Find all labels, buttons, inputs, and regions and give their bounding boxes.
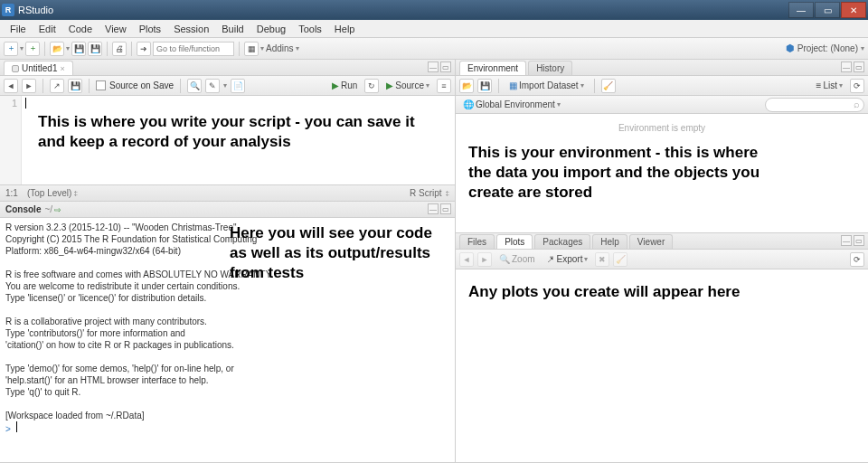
menu-view[interactable]: View — [99, 22, 133, 36]
refresh-env-icon[interactable]: ⟳ — [850, 79, 864, 93]
addins-menu[interactable]: Addins ▾ — [266, 43, 299, 53]
import-dataset-button[interactable]: ▦ Import Dataset ▾ — [505, 80, 588, 91]
tab-environment[interactable]: Environment — [459, 61, 526, 75]
pane-minimize-icon[interactable]: — — [841, 235, 852, 246]
tab-viewer[interactable]: Viewer — [629, 234, 673, 249]
console-prompt: > — [5, 424, 11, 434]
console-wd-icon[interactable]: ⇨ — [54, 205, 61, 214]
project-label: Project: (None) — [797, 43, 858, 53]
source-button[interactable]: ▶ Source ▾ — [382, 80, 433, 91]
rerun-icon[interactable]: ↻ — [364, 79, 379, 93]
save-source-icon[interactable]: 💾 — [68, 79, 82, 93]
load-workspace-icon[interactable]: 📂 — [459, 79, 474, 93]
export-button[interactable]: ⭷ Export ▾ — [542, 253, 592, 265]
menu-file[interactable]: File — [4, 22, 33, 36]
window-title: RStudio — [18, 5, 53, 15]
tab-history[interactable]: History — [528, 61, 572, 75]
annotation-env: This is your environment - this is where… — [468, 143, 767, 203]
project-menu[interactable]: ⬢ Project: (None) ▾ — [786, 43, 864, 54]
env-empty-label: Environment is empty — [456, 114, 868, 142]
source-tab[interactable]: Untitled1 × — [4, 61, 73, 75]
run-button[interactable]: ▶ Run — [328, 80, 361, 91]
back-icon[interactable]: ◄ — [4, 79, 18, 93]
menu-tools[interactable]: Tools — [292, 22, 328, 36]
save-all-icon[interactable]: 💾 — [88, 42, 102, 56]
refresh-plots-icon[interactable]: ⟳ — [850, 252, 864, 267]
tab-files[interactable]: Files — [459, 234, 495, 249]
console-path: ~/ — [44, 204, 52, 214]
pane-maximize-icon[interactable]: ▭ — [440, 203, 451, 214]
clear-plots-icon[interactable]: 🧹 — [613, 252, 627, 267]
source-statusbar: 1:1 (Top Level) ‡ R Script ‡ — [0, 184, 455, 201]
environment-pane: Environment History — ▭ 📂 💾 ▦ Import Dat… — [456, 60, 868, 233]
view-mode-button[interactable]: ≡ List ▾ — [813, 80, 846, 91]
list-icon: ≡ — [816, 80, 822, 90]
outline-icon[interactable]: ≡ — [437, 79, 451, 93]
scope-label[interactable]: (Top Level) — [27, 188, 71, 198]
plot-prev-icon[interactable]: ◄ — [459, 252, 474, 267]
pane-minimize-icon[interactable]: — — [428, 61, 439, 72]
clear-workspace-icon[interactable]: 🧹 — [601, 79, 616, 93]
new-file-icon[interactable]: ＋ — [4, 42, 18, 56]
tab-help[interactable]: Help — [592, 234, 627, 249]
remove-plot-icon[interactable]: ✖ — [595, 252, 609, 267]
pane-minimize-icon[interactable]: — — [428, 203, 439, 214]
source-on-save-label: Source on Save — [109, 80, 174, 90]
app-icon: R — [2, 4, 14, 16]
pane-maximize-icon[interactable]: ▭ — [854, 61, 864, 72]
plot-next-icon[interactable]: ► — [477, 252, 492, 267]
tab-plots[interactable]: Plots — [496, 234, 533, 249]
import-icon: ▦ — [509, 80, 517, 90]
menu-code[interactable]: Code — [62, 22, 99, 36]
menu-debug[interactable]: Debug — [250, 22, 292, 36]
plots-pane: Files Plots Packages Help Viewer — ▭ ◄ ►… — [456, 233, 868, 463]
window-close-button[interactable]: ✕ — [841, 2, 866, 18]
source-tab-label: Untitled1 — [22, 63, 57, 73]
compile-icon[interactable]: 📄 — [231, 79, 245, 93]
goto-icon[interactable]: ➜ — [137, 42, 151, 56]
zoom-button[interactable]: 🔍 Zoom — [495, 253, 539, 265]
save-workspace-icon[interactable]: 💾 — [477, 79, 492, 93]
new-project-icon[interactable]: ＋ — [25, 42, 40, 56]
run-icon: ▶ — [332, 80, 339, 90]
close-tab-icon[interactable]: × — [60, 64, 64, 73]
line-gutter: 1 — [0, 96, 22, 184]
file-type-label[interactable]: R Script — [410, 188, 442, 198]
window-titlebar: R RStudio — ▭ ✕ — [0, 0, 868, 20]
tab-packages[interactable]: Packages — [534, 234, 590, 249]
wand-icon[interactable]: ✎ — [205, 79, 220, 93]
zoom-icon: 🔍 — [499, 254, 510, 264]
env-scope-button[interactable]: 🌐 Global Environment ▾ — [459, 99, 564, 110]
find-icon[interactable]: 🔍 — [187, 79, 202, 93]
window-minimize-button[interactable]: — — [788, 2, 814, 18]
open-file-icon[interactable]: 📂 — [50, 42, 64, 56]
popout-icon[interactable]: ↗ — [50, 79, 64, 93]
menu-build[interactable]: Build — [215, 22, 250, 36]
grid-icon[interactable]: ▦ — [244, 42, 259, 56]
goto-file-input[interactable] — [153, 42, 234, 56]
pane-minimize-icon[interactable]: — — [841, 61, 852, 72]
menu-plots[interactable]: Plots — [133, 22, 167, 36]
pane-maximize-icon[interactable]: ▭ — [854, 235, 864, 246]
menubar: File Edit Code View Plots Session Build … — [0, 20, 868, 38]
source-pane: Untitled1 × — ▭ ◄ ► ↗ 💾 Source on Save 🔍 — [0, 60, 455, 202]
main-toolbar: ＋ ▾ ＋ 📂 ▾ 💾 💾 🖨 ➜ ▦ ▾ Addins ▾ ⬢ Project… — [0, 38, 868, 60]
env-search-input[interactable] — [765, 98, 864, 112]
print-icon[interactable]: 🖨 — [112, 42, 127, 56]
save-icon[interactable]: 💾 — [71, 42, 86, 56]
console-output[interactable]: R version 3.2.3 (2015-12-10) -- "Wooden … — [0, 218, 455, 462]
menu-help[interactable]: Help — [328, 22, 362, 36]
cursor-position: 1:1 — [5, 188, 18, 198]
addins-label: Addins — [266, 43, 294, 53]
source-on-save-checkbox[interactable] — [96, 80, 106, 90]
globe-icon: 🌐 — [463, 99, 474, 109]
console-title: Console — [5, 204, 41, 214]
menu-session[interactable]: Session — [167, 22, 215, 36]
source-icon: ▶ — [386, 80, 393, 90]
menu-edit[interactable]: Edit — [33, 22, 62, 36]
source-editor[interactable]: 1 This is where you write your script - … — [0, 96, 455, 184]
forward-icon[interactable]: ► — [22, 79, 36, 93]
window-maximize-button[interactable]: ▭ — [815, 2, 840, 18]
export-icon: ⭷ — [546, 254, 555, 264]
pane-maximize-icon[interactable]: ▭ — [440, 61, 451, 72]
